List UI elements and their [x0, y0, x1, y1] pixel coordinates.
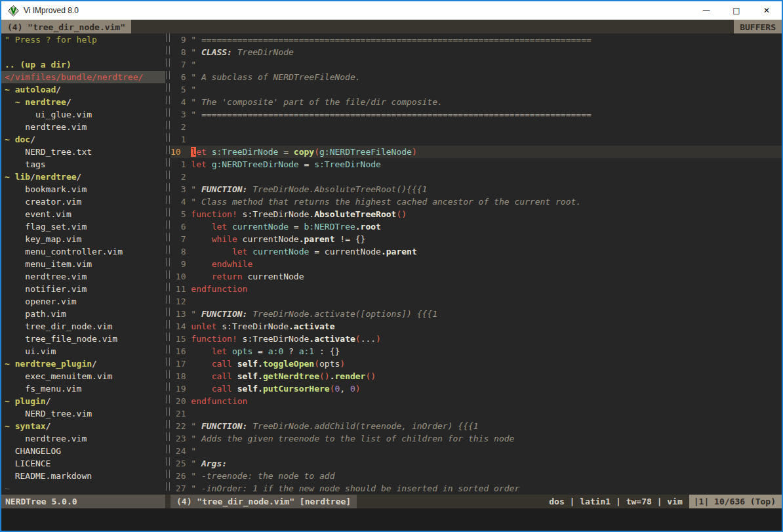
tree-item[interactable]: ~ autoload/ [1, 83, 165, 96]
code-line[interactable]: 15 function! s:TreeDirNode.activate(...) [171, 333, 782, 345]
tree-item[interactable]: exec_menuitem.vim [1, 370, 165, 382]
tree-item[interactable]: menu_controller.vim [1, 245, 165, 258]
code-line[interactable]: 4 " The 'composite' part of the file/dir… [171, 96, 782, 108]
text-segment: / [46, 421, 51, 431]
tree-item[interactable]: ~ plugin/ [1, 395, 165, 407]
tree-item[interactable]: CHANGELOG [1, 445, 165, 457]
code-line-current[interactable]: 10 let s:TreeDirNode = copy(g:NERDTreeFi… [171, 146, 782, 158]
text-segment: menu_item.vim [5, 259, 92, 269]
code-line[interactable]: 8 let currentNode = currentNode.parent [171, 245, 782, 258]
tree-item[interactable]: nerdtree.vim [1, 121, 165, 133]
code-line[interactable]: 7 while currentNode.parent != {} [171, 233, 782, 245]
tree-item[interactable]: nerdtree.vim [1, 432, 165, 445]
tree-item[interactable]: ~ doc/ [1, 133, 165, 146]
tree-item[interactable]: path.vim [1, 308, 165, 320]
tree-item[interactable]: flag_set.vim [1, 220, 165, 233]
tree-item[interactable]: .. (up a dir) [1, 58, 165, 71]
tree-item-selected[interactable]: </vimfiles/bundle/nerdtree/ [1, 71, 165, 83]
code-line[interactable]: 16 let opts = a:0 ? a:1 : {} [171, 345, 782, 358]
code-line[interactable]: 3 " FUNCTION: TreeDirNode.AbsoluteTreeRo… [171, 183, 782, 195]
code-line[interactable]: 5 function! s:TreeDirNode.AbsoluteTreeRo… [171, 208, 782, 220]
text-segment: ) [340, 359, 345, 369]
text-segment: / [56, 85, 61, 94]
code-line[interactable]: 3 " ====================================… [171, 108, 782, 121]
tree-item[interactable]: ~ nerdtree/ [1, 96, 165, 108]
code-line[interactable]: 23 " Adds the given treenode to the list… [171, 432, 782, 445]
code-line[interactable]: 19 call self.putCursorHere(0, 0) [171, 382, 782, 395]
code-line[interactable]: 7 " [171, 58, 782, 71]
code-line[interactable]: 20 endfunction [171, 395, 782, 407]
tree-item[interactable]: NERD_tree.txt [1, 146, 165, 158]
tree-item[interactable]: LICENCE [1, 457, 165, 470]
code-line[interactable]: 5 " [171, 83, 782, 96]
code-line[interactable]: 25 " Args: [171, 457, 782, 470]
tree-item[interactable]: " Press ? for help [1, 33, 165, 46]
close-button[interactable]: ✕ [752, 1, 782, 20]
code-line[interactable]: 18 call self.getNerdtree().render() [171, 370, 782, 382]
text-segment: ) [412, 147, 417, 157]
code-line[interactable]: 10 return currentNode [171, 270, 782, 283]
code-line[interactable]: 6 " A subclass of NERDTreeFileNode. [171, 71, 782, 83]
tree-item[interactable]: opener.vim [1, 295, 165, 308]
code-line[interactable]: 9 " ====================================… [171, 33, 782, 46]
tree-item[interactable] [1, 46, 165, 58]
line-number: 6 [171, 220, 191, 233]
code-line[interactable]: 4 " Class method that returns the highes… [171, 195, 782, 208]
code-line[interactable]: 2 [171, 121, 782, 133]
tree-item[interactable]: key_map.vim [1, 233, 165, 245]
code-line[interactable]: 26 " -treenode: the node to add [171, 470, 782, 482]
maximize-button[interactable]: □ [721, 1, 752, 20]
text-segment: self. [237, 371, 263, 381]
tree-item[interactable]: ~ nerdtree_plugin/ [1, 358, 165, 370]
line-number: 13 [171, 308, 191, 320]
code-text: return currentNode [191, 270, 304, 283]
tree-item[interactable]: fs_menu.vim [1, 382, 165, 395]
tree-item[interactable]: tree_file_node.vim [1, 333, 165, 345]
window-separator[interactable] [165, 33, 171, 495]
code-line[interactable]: 12 [171, 295, 782, 308]
text-segment: render [334, 371, 365, 381]
code-line[interactable]: 9 endwhile [171, 258, 782, 270]
tree-item[interactable]: bookmark.vim [1, 183, 165, 195]
command-line[interactable] [1, 508, 782, 531]
code-line[interactable]: 8 " CLASS: TreeDirNode [171, 46, 782, 58]
text-segment: LICENCE [5, 459, 50, 468]
tree-item[interactable]: ui_glue.vim [1, 108, 165, 121]
text-segment: let [212, 222, 227, 232]
text-segment: a:0 [268, 346, 283, 356]
tree-item[interactable]: creator.vim [1, 195, 165, 208]
code-line[interactable]: 21 [171, 407, 782, 420]
code-line[interactable]: 17 call self.toggleOpen(opts) [171, 358, 782, 370]
tree-item[interactable]: README.markdown [1, 470, 165, 482]
code-line[interactable]: 24 " [171, 445, 782, 457]
code-line[interactable]: 14 unlet s:TreeDirNode.activate [171, 320, 782, 333]
code-line[interactable]: 11 endfunction [171, 283, 782, 295]
text-segment: = [289, 222, 304, 232]
code-text: endfunction [191, 283, 247, 295]
code-line[interactable]: 27 " -inOrder: 1 if the new node should … [171, 482, 782, 495]
tree-item[interactable]: notifier.vim [1, 283, 165, 295]
tree-item[interactable]: menu_item.vim [1, 258, 165, 270]
tab-tree-dir-node[interactable]: (4) "tree_dir_node.vim" [1, 20, 131, 33]
code-text: " FUNCTION: TreeDirNode.AbsoluteTreeRoot… [191, 183, 427, 195]
tree-item[interactable]: tree_dir_node.vim [1, 320, 165, 333]
tree-item[interactable]: ~ lib/nerdtree/ [1, 171, 165, 183]
title-bar[interactable]: Vi IMproved 8.0 — □ ✕ [1, 1, 782, 20]
code-line[interactable]: 6 let currentNode = b:NERDTree.root [171, 220, 782, 233]
text-segment: CHANGELOG [5, 446, 61, 456]
tree-item[interactable]: ~ syntax/ [1, 420, 165, 432]
tree-item[interactable]: tags [1, 158, 165, 171]
code-line[interactable]: 1 let g:NERDTreeDirNode = s:TreeDirNode [171, 158, 782, 171]
code-line[interactable]: 22 " FUNCTION: TreeDirNode.addChild(tree… [171, 420, 782, 432]
code-line[interactable]: 1 [171, 133, 782, 146]
tree-item[interactable]: event.vim [1, 208, 165, 220]
text-segment: s:TreeDirNode [212, 147, 279, 157]
tree-item[interactable]: ui.vim [1, 345, 165, 358]
code-line[interactable]: 2 [171, 171, 782, 183]
minimize-button[interactable]: — [691, 1, 721, 20]
tree-item[interactable]: nerdtree.vim [1, 270, 165, 283]
text-segment: AbsoluteTreeRoot [314, 209, 396, 219]
tree-item[interactable]: NERD_tree.vim [1, 407, 165, 420]
tree-item[interactable]: ~ [1, 482, 165, 495]
code-line[interactable]: 13 " FUNCTION: TreeDirNode.activate([opt… [171, 308, 782, 320]
